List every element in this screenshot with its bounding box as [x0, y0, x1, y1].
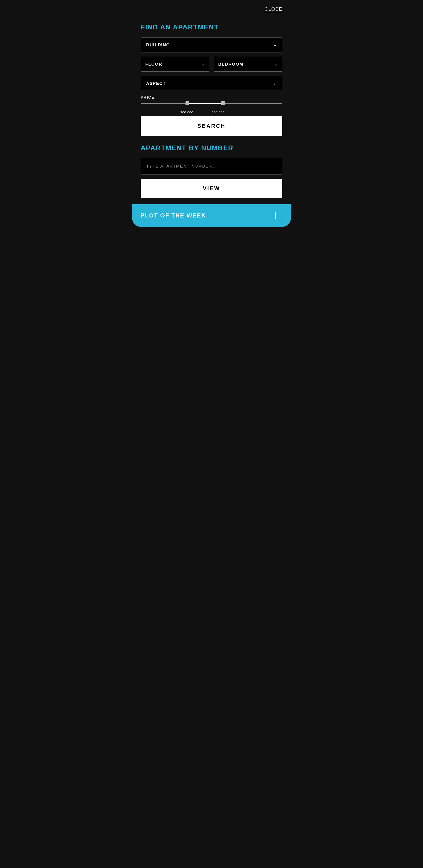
price-slider-container: 300 000 500 000: [141, 103, 282, 112]
view-button[interactable]: VIEW: [141, 179, 282, 198]
find-apartment-title: FIND AN APARTMENT: [141, 23, 282, 31]
building-dropdown-label: BUILDING: [146, 42, 170, 48]
plot-label: PLOT OF THE WEEK: [141, 212, 206, 219]
apartment-number-input[interactable]: [141, 158, 282, 175]
price-min-value: 300 000: [181, 111, 193, 114]
aspect-chevron-icon: ⌄: [273, 81, 277, 86]
price-label: PRICE: [141, 95, 282, 100]
bedroom-dropdown[interactable]: BEDROOM ⌄: [214, 57, 282, 72]
slider-track: [141, 103, 282, 104]
price-max-value: 500 000: [212, 111, 224, 114]
building-chevron-icon: ⌄: [273, 43, 277, 48]
building-dropdown[interactable]: BUILDING ⌄: [141, 37, 282, 53]
apartment-by-number-title: APARTMENT BY NUMBER: [141, 144, 282, 152]
floor-chevron-icon: ⌄: [201, 62, 205, 67]
aspect-dropdown[interactable]: ASPECT ⌄: [141, 76, 282, 91]
bedroom-chevron-icon: ⌄: [274, 62, 278, 67]
aspect-dropdown-label: ASPECT: [146, 81, 166, 86]
phone-container: CLOSE FIND AN APARTMENT BUILDING ⌄ FLOOR…: [132, 0, 291, 227]
slider-fill: [187, 103, 223, 104]
slider-thumb-right[interactable]: [221, 101, 225, 105]
floor-dropdown-label: FLOOR: [145, 62, 162, 67]
plot-footer: PLOT OF THE WEEK: [132, 204, 291, 227]
slider-thumb-left[interactable]: [186, 101, 189, 105]
bedroom-dropdown-label: BEDROOM: [218, 62, 243, 67]
floor-bedroom-row: FLOOR ⌄ BEDROOM ⌄: [141, 57, 282, 72]
floor-dropdown[interactable]: FLOOR ⌄: [141, 57, 209, 72]
search-button[interactable]: SEARCH: [141, 116, 282, 135]
close-button[interactable]: CLOSE: [264, 6, 282, 13]
plot-checkbox[interactable]: [275, 212, 282, 219]
